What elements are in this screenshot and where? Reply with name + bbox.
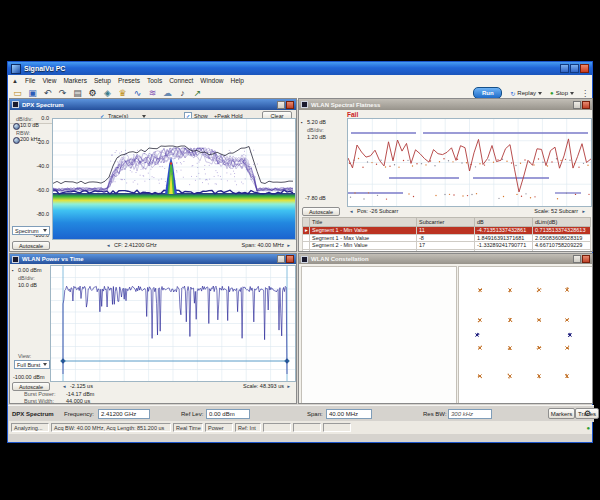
dpx-autoscale-button[interactable]: Autoscale — [12, 241, 50, 250]
pvt-dbdiv-label: dB/div: — [18, 275, 35, 281]
pvt-dbdiv-value[interactable]: 10.0 dB — [18, 282, 37, 288]
dpx-dbdiv-knob-icon[interactable] — [13, 123, 20, 130]
status-state: Analyzing... — [11, 423, 49, 432]
dpx-panel-maximize-button[interactable] — [277, 101, 285, 109]
cell-db: -4.71351337432861 — [475, 227, 533, 235]
settings-gear-icon[interactable]: ⚙ — [584, 409, 591, 418]
selected-measurement-label[interactable]: DPX Spectrum — [12, 411, 54, 417]
dpx-span-readout[interactable]: Span: 40.00 MHz — [242, 242, 285, 248]
dpx-ytick-2: -40.0 — [26, 163, 49, 169]
dpx-panel-close-button[interactable] — [286, 101, 294, 109]
status-bar: Analyzing... Acq BW: 40.00 MHz, Acq Leng… — [9, 421, 592, 434]
row-selector-header — [303, 218, 310, 227]
stop-button[interactable]: ● Stop — [550, 90, 574, 96]
flatness-ytop-value[interactable]: 5.20 dB — [307, 119, 326, 125]
dpx-pan-left-icon[interactable]: ◄ — [106, 243, 110, 248]
menu-connect[interactable]: Connect — [169, 77, 193, 84]
pvt-pan-right-icon[interactable]: ► — [287, 384, 291, 389]
more-options-icon[interactable]: ⋮ — [581, 89, 589, 98]
dpx-panel-titlebar[interactable]: DPX Spectrum — [10, 99, 296, 110]
menu-markers[interactable]: Markers — [63, 77, 86, 84]
pvt-scale-readout[interactable]: Scale: 48.393 us — [243, 383, 284, 389]
table-row[interactable]: ▸ Segment 1 - Min Value 11 -4.7135133743… — [303, 227, 591, 235]
stop-label: Stop — [556, 90, 568, 96]
display-type-value: Spectrum — [15, 228, 39, 234]
flatness-pan-left-icon[interactable]: ◄ — [349, 209, 353, 214]
col-title: Title — [310, 218, 417, 227]
col-dlim: dLim(dB) — [533, 218, 591, 227]
pvt-pos-readout[interactable]: -2.125 us — [70, 383, 93, 389]
menu-file[interactable]: File — [25, 77, 35, 84]
minimize-button[interactable] — [560, 64, 569, 73]
replay-label: Replay — [517, 90, 536, 96]
menu-view[interactable]: View — [42, 77, 56, 84]
menu-presets[interactable]: Presets — [118, 77, 140, 84]
window-titlebar[interactable]: SignalVu PC — [8, 62, 592, 75]
flatness-scale-readout[interactable]: Scale: 52 Subcarr — [534, 208, 578, 214]
pvt-panel-close-button[interactable] — [286, 255, 294, 263]
constellation-panel-titlebar[interactable]: WLAN Constellation — [299, 254, 592, 264]
table-row[interactable]: Segment 2 - Max Value -19 1.509835062434… — [303, 249, 591, 252]
flatness-panel-close-button[interactable] — [582, 101, 590, 109]
display-type-select[interactable]: Spectrum — [12, 226, 50, 235]
table-row[interactable]: Segment 2 - Min Value 17 -1.332892417907… — [303, 242, 591, 250]
span-input[interactable] — [326, 409, 372, 419]
menu-tools[interactable]: Tools — [147, 77, 162, 84]
flatness-status-badge: Fail — [347, 111, 358, 118]
flatness-autoscale-button[interactable]: Autoscale — [302, 207, 340, 216]
status-reference: Ref: Int — [235, 423, 261, 432]
frequency-input[interactable] — [98, 409, 150, 419]
dpx-rbw-knob-icon[interactable] — [13, 137, 20, 144]
pvt-ytop-value[interactable]: 0.00 dBm — [18, 267, 42, 273]
maximize-button[interactable] — [570, 64, 579, 73]
control-bar: DPX Spectrum Frequency: Ref Lev: Span: R… — [8, 405, 594, 422]
replay-dropdown-arrow-icon[interactable] — [538, 92, 542, 95]
status-trigger: Power — [205, 423, 233, 432]
flatness-panel-title: WLAN Spectral Flatness — [311, 102, 380, 108]
dpx-cf-readout[interactable]: CF: 2.41200 GHz — [114, 242, 157, 248]
cell-title: Segment 1 - Min Value — [310, 227, 417, 235]
menu-setup[interactable]: Setup — [94, 77, 111, 84]
ref-lev-input[interactable] — [206, 409, 250, 419]
burst-width-value: 44.000 us — [66, 398, 90, 404]
menu-help[interactable]: Help — [230, 77, 243, 84]
row-selector-icon: ▸ — [303, 227, 310, 235]
pvt-panel-titlebar[interactable]: WLAN Power vs Time — [10, 254, 296, 264]
constellation-panel-close-button[interactable] — [582, 255, 590, 263]
flatness-panel-maximize-button[interactable] — [573, 101, 581, 109]
menu-window[interactable]: Window — [200, 77, 223, 84]
flatness-panel-titlebar[interactable]: WLAN Spectral Flatness — [299, 99, 592, 110]
cell-subcarrier: -19 — [417, 249, 475, 252]
cell-dlim: 4.66710758209229 — [533, 242, 591, 250]
flatness-pan-right-icon[interactable]: ► — [582, 209, 586, 214]
col-db: dB — [475, 218, 533, 227]
close-button[interactable] — [580, 64, 589, 73]
flatness-panel-icon — [301, 101, 308, 108]
stop-dropdown-arrow-icon[interactable] — [570, 92, 574, 95]
status-empty-cell — [293, 423, 321, 432]
table-row[interactable]: Segment 1 - Max Value -8 1.8491639137168… — [303, 234, 591, 242]
flatness-pos-readout[interactable]: Pos: -26 Subcarr — [357, 208, 398, 214]
dpx-ytick-4: -80.0 — [26, 211, 49, 217]
flatness-dbdiv-value[interactable]: 1.20 dB — [307, 134, 326, 140]
power-vs-time-plot — [50, 265, 296, 382]
res-bw-input[interactable] — [448, 409, 492, 419]
window-title: SignalVu PC — [24, 65, 65, 72]
cell-subcarrier: -8 — [417, 234, 475, 242]
col-subcarrier: Subcarrier — [417, 218, 475, 227]
replay-icon: ↻ — [510, 90, 515, 97]
markers-button[interactable]: Markers — [548, 408, 575, 419]
dpx-ytick-1: -20.0 — [26, 139, 49, 145]
constellation-panel-maximize-button[interactable] — [573, 255, 581, 263]
dpx-dbdiv-value[interactable]: 10.0 dB — [20, 122, 39, 128]
connection-status-icon: ● — [586, 425, 590, 431]
dpx-ytick-3: -60.0 — [26, 187, 49, 193]
pvt-panel-maximize-button[interactable] — [277, 255, 285, 263]
replay-button[interactable]: ↻ Replay — [510, 90, 542, 97]
dpx-pan-right-icon[interactable]: ► — [287, 243, 291, 248]
dpx-spectrum-plot — [52, 118, 296, 240]
pvt-pan-left-icon[interactable]: ◄ — [62, 384, 66, 389]
pvt-view-label: View: — [18, 353, 31, 359]
pvt-autoscale-button[interactable]: Autoscale — [12, 382, 50, 391]
view-select[interactable]: Full Burst — [14, 360, 50, 369]
